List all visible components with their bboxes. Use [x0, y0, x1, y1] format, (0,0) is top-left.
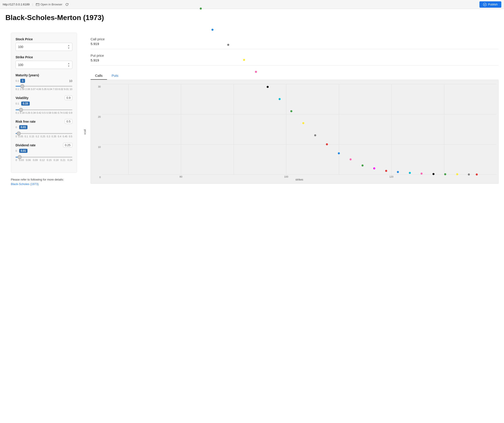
- grid-line-h: [102, 144, 497, 145]
- control-card: Stock Price ▲ ▼ Strike Price ▲ ▼: [11, 33, 77, 173]
- black-scholes-link[interactable]: Black-Scholes (1973): [11, 182, 39, 186]
- strike-price-label: Strike Price: [16, 55, 72, 59]
- chart-dot: [444, 173, 446, 175]
- stock-price-spinners: ▲ ▼: [68, 44, 70, 50]
- volatility-group: Volatility 0.9 0.1 0.15 0.1 0.18 0.26 0.…: [16, 95, 72, 114]
- main-layout: Stock Price ▲ ▼ Strike Price ▲ ▼: [0, 28, 504, 192]
- right-panel: Call price 5.919 Put price 5.919 Calls P…: [88, 28, 504, 192]
- grid-line-v: [339, 84, 339, 175]
- call-price-section: Call price 5.919: [90, 37, 498, 46]
- topbar-url: http://127.0.0.1:6189: [3, 3, 30, 6]
- strike-price-input[interactable]: [18, 63, 60, 67]
- publish-button[interactable]: Publish: [480, 1, 501, 8]
- grid-line-h: [102, 84, 497, 84]
- publish-label: Publish: [488, 3, 498, 6]
- put-price-label: Put price: [90, 53, 498, 57]
- grid-line-h: [102, 114, 497, 114]
- refresh-button[interactable]: [65, 3, 69, 6]
- stock-price-input[interactable]: [18, 45, 60, 49]
- chart-dot: [456, 173, 458, 175]
- volatility-label: Volatility: [16, 96, 28, 100]
- volatility-slider[interactable]: [16, 109, 72, 110]
- y-tick: 30: [98, 85, 102, 88]
- volatility-min-label: 0.1: [16, 102, 19, 105]
- maturity-max-label: 10: [69, 79, 72, 83]
- dividend-rate-label: Dividend rate: [16, 143, 36, 147]
- publish-icon: [483, 3, 487, 6]
- strike-price-group: Strike Price ▲ ▼: [16, 55, 72, 69]
- refresh-icon: [65, 3, 69, 6]
- stock-price-input-wrapper[interactable]: ▲ ▼: [16, 43, 72, 51]
- chart-dot: [211, 29, 214, 31]
- dividend-rate-slider[interactable]: [16, 157, 72, 158]
- maturity-slider[interactable]: [16, 86, 72, 87]
- tabs-header: Calls Puts: [90, 72, 498, 80]
- open-in-browser-label: Open in Browser: [41, 3, 62, 6]
- chart-dot: [267, 86, 269, 88]
- x-axis-label: strikes: [295, 178, 303, 181]
- metric-divider-1: [90, 49, 498, 49]
- chart-dot: [350, 159, 352, 160]
- dividend-rate-group: Dividend rate 0.25 0 0.01 0 0.03 0.06 0.…: [16, 143, 72, 161]
- maturity-group: Maturity (years) 0.1 1 10 0.1 1.09 2.08 …: [16, 73, 72, 90]
- chart-dot: [290, 110, 293, 112]
- y-tick: 10: [98, 146, 102, 148]
- chart-dot: [421, 172, 423, 175]
- risk-free-rate-slider[interactable]: [16, 133, 72, 134]
- volatility-max: 0.9: [65, 95, 72, 100]
- footer-info: Please refer to following for more detai…: [6, 177, 83, 186]
- dividend-rate-header: Dividend rate 0.25: [16, 143, 72, 147]
- chart-dot: [397, 171, 399, 173]
- chart-dot: [227, 44, 229, 46]
- risk-free-rate-value-bubble: 0.01: [19, 125, 28, 129]
- grid-line-v: [181, 84, 181, 175]
- chart-dot: [255, 71, 257, 73]
- x-tick: 100: [284, 175, 288, 178]
- chart-dot: [314, 134, 316, 136]
- maturity-value-bubble: 1: [20, 79, 25, 83]
- chart-dot: [476, 173, 478, 175]
- stock-price-down[interactable]: ▼: [68, 47, 70, 50]
- risk-free-rate-group: Risk free rate 0.5 0 0.01 0 0.05 0.1 0.1…: [16, 119, 72, 138]
- x-tick: 80: [180, 175, 182, 178]
- svg-point-2: [36, 3, 36, 4]
- chart-dot: [338, 153, 340, 154]
- volatility-header: Volatility 0.9: [16, 95, 72, 100]
- put-price-value: 5.919: [90, 58, 498, 62]
- chart-dot: [432, 173, 434, 175]
- strike-price-down[interactable]: ▼: [68, 65, 70, 68]
- tab-calls[interactable]: Calls: [90, 72, 107, 80]
- chart-dot: [302, 122, 304, 124]
- chart-dot: [409, 172, 411, 174]
- grid-line-v: [286, 84, 286, 175]
- strike-price-spinners: ▲ ▼: [68, 62, 70, 68]
- dividend-rate-value-bubble: 0.01: [19, 149, 28, 153]
- call-price-value: 5.919: [90, 42, 498, 46]
- strike-price-input-wrapper[interactable]: ▲ ▼: [16, 61, 72, 69]
- chart-dot: [200, 8, 202, 10]
- risk-free-rate-header: Risk free rate 0.5: [16, 119, 72, 124]
- open-in-browser-button[interactable]: Open in Browser: [36, 3, 62, 6]
- tab-puts[interactable]: Puts: [107, 72, 123, 80]
- risk-free-rate-label: Risk free rate: [16, 120, 36, 123]
- maturity-min-label: 0.1: [16, 79, 19, 82]
- topbar-left: http://127.0.0.1:6189 | Open in Browser: [3, 3, 69, 6]
- footer-info-text: Please refer to following for more detai…: [11, 178, 64, 181]
- stock-price-label: Stock Price: [16, 37, 72, 41]
- tabs-container: Calls Puts vcall strikes 010203080100120: [90, 72, 498, 184]
- chart-dot: [385, 170, 387, 172]
- maturity-label: Maturity (years): [16, 73, 72, 77]
- chart-dot: [243, 59, 245, 61]
- strike-price-up[interactable]: ▲: [68, 62, 70, 65]
- grid-line-h: [102, 175, 497, 175]
- stock-price-up[interactable]: ▲: [68, 44, 70, 47]
- y-tick: 0: [99, 176, 102, 178]
- risk-free-rate-max: 0.5: [65, 119, 72, 124]
- chart-dot: [361, 164, 363, 166]
- topbar: http://127.0.0.1:6189 | Open in Browser: [0, 0, 504, 9]
- svg-point-4: [483, 3, 486, 6]
- volatility-ticks: 0.1 0.18 0.26 0.34 0.42 0.5 0.58 0.66 0.…: [16, 112, 72, 114]
- metric-divider-2: [90, 65, 498, 65]
- grid-line-v: [444, 84, 444, 175]
- y-tick: 20: [98, 116, 102, 118]
